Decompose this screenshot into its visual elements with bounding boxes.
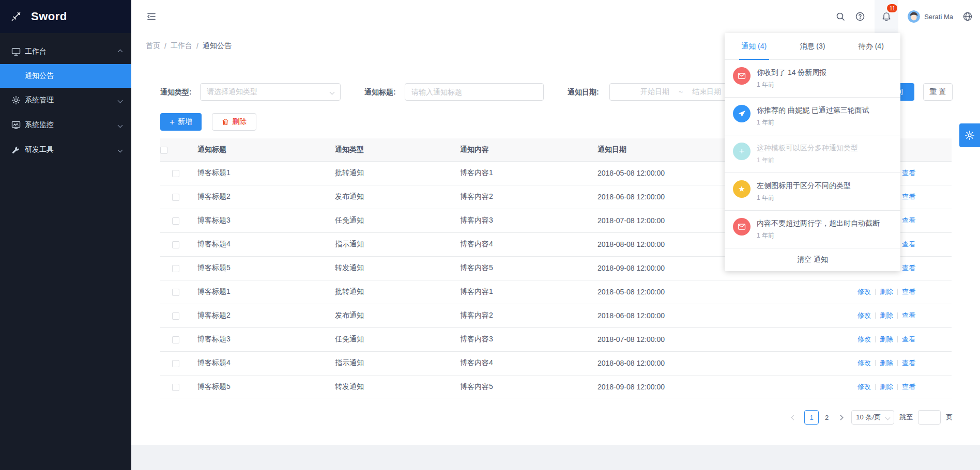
- search-icon[interactable]: [835, 11, 846, 22]
- view-link[interactable]: 查看: [902, 359, 915, 367]
- breadcrumb-workbench[interactable]: 工作台: [171, 41, 192, 51]
- row-checkbox[interactable]: [172, 289, 179, 296]
- notification-title: 左侧图标用于区分不同的类型: [757, 180, 851, 191]
- sidebar-item-system-manage[interactable]: 系统管理: [0, 88, 131, 113]
- view-link[interactable]: 查看: [902, 216, 915, 224]
- row-checkbox[interactable]: [172, 312, 179, 320]
- row-checkbox[interactable]: [172, 336, 179, 343]
- tab-messages[interactable]: 消息 (3): [783, 33, 841, 59]
- view-link[interactable]: 查看: [902, 335, 915, 343]
- chevron-down-icon: [118, 98, 123, 103]
- mail-icon: [733, 218, 751, 236]
- table-row[interactable]: 博客标题1 批转通知 博客内容1 2018-05-08 12:00:00 修改删…: [160, 280, 952, 304]
- notice-type-select[interactable]: 请选择通知类型: [200, 83, 341, 101]
- collapse-menu-icon[interactable]: [145, 10, 158, 23]
- row-checkbox[interactable]: [172, 170, 179, 177]
- notification-time: 1 年前: [757, 156, 858, 165]
- cell-title: 博客标题2: [191, 304, 329, 327]
- view-link[interactable]: 查看: [902, 383, 915, 390]
- breadcrumb-home[interactable]: 首页: [146, 41, 160, 51]
- tab-todos[interactable]: 待办 (4): [842, 33, 900, 59]
- view-link[interactable]: 查看: [902, 288, 915, 295]
- view-link[interactable]: 查看: [902, 193, 915, 200]
- view-link[interactable]: 查看: [902, 311, 915, 319]
- add-button-label: 新增: [178, 117, 192, 127]
- sidebar-item-system-monitor[interactable]: 系统监控: [0, 113, 131, 137]
- page-1-button[interactable]: 1: [804, 410, 819, 425]
- cell-content: 博客内容4: [454, 351, 591, 375]
- notification-item[interactable]: 内容不要超过两行字，超出时自动截断 1 年前: [725, 211, 900, 248]
- delete-button[interactable]: 删除: [212, 113, 256, 131]
- jump-label: 跳至: [899, 413, 913, 422]
- page-size-select[interactable]: 10 条/页: [851, 410, 894, 425]
- divider: [897, 312, 898, 319]
- chevron-up-icon: [118, 49, 123, 54]
- notice-type-placeholder: 请选择通知类型: [207, 87, 257, 97]
- notifications-button[interactable]: 11: [875, 0, 898, 33]
- delete-link[interactable]: 删除: [880, 335, 893, 343]
- notification-dropdown: 通知 (4) 消息 (3) 待办 (4) 你收到了 14 份新周报 1 年前: [725, 33, 900, 271]
- modify-link[interactable]: 修改: [858, 288, 871, 295]
- notification-item[interactable]: + 这种模板可以区分多种通知类型 1 年前: [725, 135, 900, 173]
- user-menu[interactable]: Serati Ma: [908, 10, 953, 23]
- divider: [897, 289, 898, 295]
- reset-button[interactable]: 重 置: [923, 83, 953, 101]
- cell-date: 2018-07-08 12:00:00: [591, 327, 850, 351]
- notice-title-input[interactable]: [405, 83, 544, 101]
- theme-settings-button[interactable]: [959, 123, 980, 147]
- date-end-placeholder: 结束日期: [692, 87, 721, 97]
- notification-text: 左侧图标用于区分不同的类型 1 年前: [757, 180, 851, 202]
- cell-type: 发布通知: [329, 185, 454, 209]
- modify-link[interactable]: 修改: [858, 335, 871, 343]
- modify-link[interactable]: 修改: [858, 311, 871, 319]
- notification-item[interactable]: ★ 左侧图标用于区分不同的类型 1 年前: [725, 173, 900, 211]
- row-checkbox[interactable]: [172, 384, 179, 391]
- help-icon[interactable]: [855, 11, 865, 22]
- clear-notifications-button[interactable]: 清空 通知: [725, 248, 900, 271]
- notification-item[interactable]: 你推荐的 曲妮妮 已通过第三轮面试 1 年前: [725, 98, 900, 135]
- paper-plane-icon: [733, 105, 751, 122]
- modify-link[interactable]: 修改: [858, 359, 871, 367]
- sidebar-item-workbench[interactable]: 工作台: [0, 39, 131, 64]
- breadcrumb: 首页 / 工作台 / 通知公告: [146, 41, 232, 51]
- sidebar-item-dev-tools[interactable]: 研发工具: [0, 137, 131, 162]
- table-row[interactable]: 博客标题4 指示通知 博客内容4 2018-08-08 12:00:00 修改删…: [160, 351, 952, 375]
- cell-content: 博客内容3: [454, 209, 591, 232]
- select-all-checkbox[interactable]: [160, 147, 167, 154]
- delete-link[interactable]: 删除: [880, 359, 893, 367]
- view-link[interactable]: 查看: [902, 240, 915, 248]
- row-checkbox[interactable]: [172, 360, 179, 367]
- add-button[interactable]: + 新增: [160, 113, 202, 131]
- delete-link[interactable]: 删除: [880, 311, 893, 319]
- jump-page-input[interactable]: [918, 410, 941, 425]
- prev-page-button[interactable]: [788, 410, 799, 425]
- cell-title: 博客标题4: [191, 351, 329, 375]
- row-checkbox[interactable]: [172, 217, 179, 225]
- tab-notifications[interactable]: 通知 (4): [725, 33, 783, 59]
- mail-icon: [733, 67, 751, 85]
- row-checkbox[interactable]: [172, 265, 179, 272]
- page-2-button[interactable]: 2: [824, 414, 830, 421]
- sidebar-item-notice[interactable]: 通知公告: [0, 64, 131, 88]
- pagination: 1 2 10 条/页 跳至 页: [788, 410, 953, 425]
- table-row[interactable]: 博客标题3 任免通知 博客内容3 2018-07-08 12:00:00 修改删…: [160, 327, 952, 351]
- row-checkbox[interactable]: [172, 194, 179, 201]
- row-checkbox[interactable]: [172, 241, 179, 248]
- chevron-down-icon: [118, 122, 123, 128]
- delete-link[interactable]: 删除: [880, 383, 893, 390]
- next-page-button[interactable]: [835, 410, 846, 425]
- sidebar: Sword 工作台 通知公告: [0, 0, 131, 470]
- cell-date: 2018-08-08 12:00:00: [591, 351, 850, 375]
- view-link[interactable]: 查看: [902, 264, 915, 272]
- table-row[interactable]: 博客标题2 发布通知 博客内容2 2018-06-08 12:00:00 修改删…: [160, 304, 952, 327]
- filter-date-label: 通知日期:: [568, 83, 599, 101]
- view-link[interactable]: 查看: [902, 169, 915, 177]
- modify-link[interactable]: 修改: [858, 383, 871, 390]
- logo[interactable]: Sword: [0, 0, 131, 33]
- delete-link[interactable]: 删除: [880, 288, 893, 295]
- notification-item[interactable]: 你收到了 14 份新周报 1 年前: [725, 60, 900, 98]
- divider: [897, 384, 898, 390]
- cell-type: 任免通知: [329, 209, 454, 232]
- table-row[interactable]: 博客标题5 转发通知 博客内容5 2018-09-08 12:00:00 修改删…: [160, 375, 952, 399]
- globe-icon[interactable]: [962, 11, 973, 22]
